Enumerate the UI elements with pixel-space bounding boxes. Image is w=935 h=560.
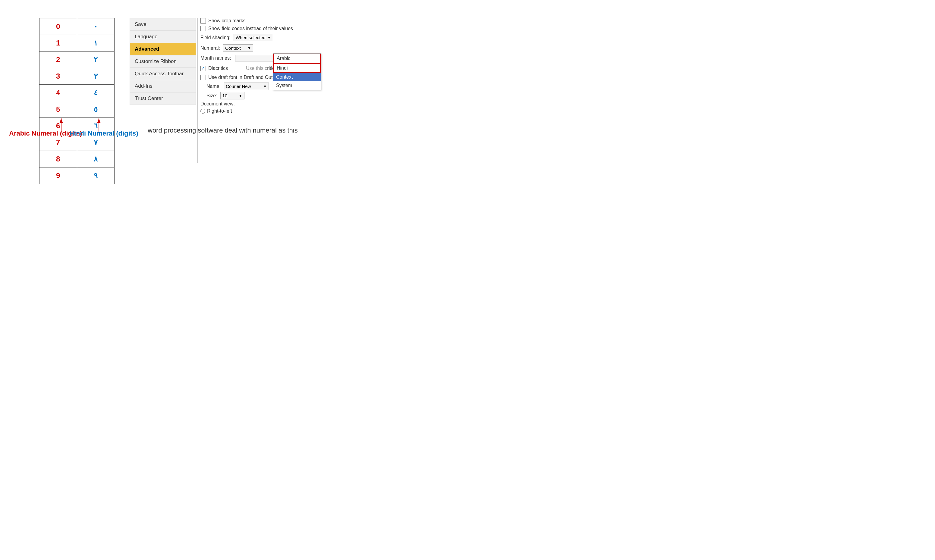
numeral-table: 0٠1١2٢3٣4٤5٥6٦7٧8٨9٩: [39, 18, 114, 184]
right-to-left-label: Right-to-left: [207, 108, 232, 114]
name-label: Name:: [206, 84, 221, 89]
show-field-codes-row: Show field codes instead of their values: [200, 26, 463, 31]
hindi-digit-cell: ٣: [77, 68, 114, 85]
popup-item-context[interactable]: Context: [273, 73, 321, 82]
hindi-digit-cell: ٠: [77, 18, 114, 35]
use-this-color-partial: Use this c: [246, 66, 267, 71]
sidebar-item-quick-access-toolbar[interactable]: Quick Access Toolbar: [130, 68, 196, 80]
table-row: 8٨: [40, 151, 114, 168]
table-row: 9٩: [40, 168, 114, 184]
size-label: Size:: [206, 93, 217, 98]
arabic-digit-cell: 4: [40, 85, 77, 101]
show-crop-marks-checkbox[interactable]: [200, 18, 206, 23]
use-draft-font-checkbox[interactable]: [200, 75, 206, 80]
main-content: Show crop marks Show field codes instead…: [200, 18, 463, 114]
diacritics-label: Diacritics: [208, 66, 228, 71]
name-row: Name: Courier New ▼: [206, 83, 463, 90]
show-crop-marks-row: Show crop marks: [200, 18, 463, 23]
doc-view-row: Right-to-left: [200, 108, 463, 114]
arabic-digit-cell: 1: [40, 35, 77, 52]
sidebar-item-customize-ribbon[interactable]: Customize Ribbon: [130, 55, 196, 68]
month-names-row: Month names: ▼: [200, 55, 463, 62]
table-row: 4٤: [40, 85, 114, 101]
field-shading-row: Field shading: When selected ▼: [200, 34, 463, 41]
numeral-row: Numeral: Context ▼ ArabicHindiContextSys…: [200, 44, 463, 52]
hindi-digit-cell: ٥: [77, 101, 114, 118]
size-dropdown[interactable]: 10 ▼: [220, 92, 245, 99]
field-shading-label: Field shading:: [200, 35, 231, 40]
sidebar-item-add-ins[interactable]: Add-Ins: [130, 80, 196, 92]
sidebar-item-save[interactable]: Save: [130, 18, 196, 31]
diacritics-row: Diacritics Use this c ritics ▼: [200, 65, 463, 72]
month-names-label: Month names:: [200, 55, 231, 61]
hindi-digit-cell: ٤: [77, 85, 114, 101]
numeral-table-container: 0٠1١2٢3٣4٤5٥6٦7٧8٨9٩: [39, 18, 114, 184]
show-field-codes-label: Show field codes instead of their values: [208, 26, 293, 31]
arabic-digit-cell: 9: [40, 168, 77, 184]
field-shading-dropdown[interactable]: When selected ▼: [234, 34, 273, 41]
size-arrow-icon: ▼: [239, 94, 242, 98]
arabic-digit-cell: 2: [40, 52, 77, 68]
name-arrow-icon: ▼: [263, 85, 267, 89]
field-shading-arrow-icon: ▼: [267, 35, 271, 40]
hindi-digit-cell: ٨: [77, 151, 114, 168]
arabic-digit-cell: 5: [40, 101, 77, 118]
show-crop-marks-label: Show crop marks: [208, 18, 246, 23]
numeral-dropdown[interactable]: Context ▼: [223, 44, 253, 52]
table-row: 2٢: [40, 52, 114, 68]
arabic-digit-cell: 3: [40, 68, 77, 85]
right-to-left-radio[interactable]: [200, 109, 205, 114]
diacritics-checkbox[interactable]: [200, 66, 206, 71]
arabic-digit-cell: 0: [40, 18, 77, 35]
hindi-digit-cell: ٩: [77, 168, 114, 184]
table-row: 3٣: [40, 68, 114, 85]
sidebar-item-advanced[interactable]: Advanced: [130, 43, 196, 55]
sidebar-item-trust-center[interactable]: Trust Center: [130, 92, 196, 105]
name-value: Courier New: [226, 84, 251, 89]
sidebar-item-language[interactable]: Language: [130, 31, 196, 43]
doc-view-label: Document view:: [200, 101, 460, 107]
numeral-dropdown-popup: ArabicHindiContextSystem: [273, 53, 321, 90]
popup-item-arabic[interactable]: Arabic: [273, 54, 321, 63]
numeral-arrow-icon: ▼: [248, 46, 251, 50]
table-row: 1١: [40, 35, 114, 52]
use-draft-font-row: Use draft font in Draft and Outline view…: [200, 75, 463, 80]
numeral-value: Context: [225, 46, 241, 51]
document-view-section: Document view: Right-to-left: [200, 101, 463, 114]
vertical-separator: [197, 18, 198, 163]
hindi-digit-cell: ١: [77, 35, 114, 52]
hindi-numeral-label: Hindi Numeral (digits): [69, 129, 139, 137]
field-shading-value: When selected: [236, 35, 265, 40]
hindi-digit-cell: ٢: [77, 52, 114, 68]
table-row: 0٠: [40, 18, 114, 35]
table-row: 5٥: [40, 101, 114, 118]
size-row: Size: 10 ▼: [206, 92, 463, 99]
size-value: 10: [222, 93, 228, 98]
show-field-codes-checkbox[interactable]: [200, 26, 206, 31]
top-separator-line: [86, 13, 459, 13]
popup-item-hindi[interactable]: Hindi: [273, 63, 321, 73]
sidebar: SaveLanguageAdvancedCustomize RibbonQuic…: [129, 18, 196, 105]
numeral-label: Numeral:: [200, 46, 220, 51]
arabic-digit-cell: 8: [40, 151, 77, 168]
bottom-caption: word processing software deal with numer…: [148, 126, 298, 134]
name-dropdown[interactable]: Courier New ▼: [223, 83, 269, 90]
popup-item-system[interactable]: System: [273, 82, 321, 90]
